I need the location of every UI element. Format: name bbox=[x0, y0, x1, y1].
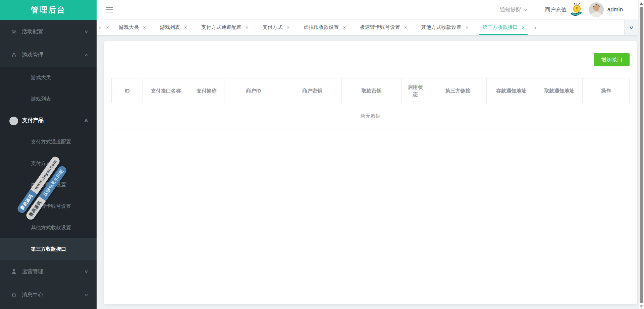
notifications-label: 通知提醒 bbox=[500, 6, 521, 13]
sidebar: 管理后台 活动配置∨游戏管理∧游戏大类游戏列表支付产品∧支付方式通道配置支付方式… bbox=[0, 0, 97, 309]
sidebar-item-label: 极速转卡账号设置 bbox=[31, 203, 71, 209]
chevron-down-icon: ∨ bbox=[84, 269, 89, 274]
sidebar-item-label: 支付方式通道配置 bbox=[31, 139, 71, 145]
tabs-scroll-left-icon[interactable]: ‹ bbox=[97, 20, 103, 35]
sidebar-item-other-collection-settings[interactable]: 其他方式收款设置 bbox=[0, 217, 97, 238]
scrollbar-thumb[interactable] bbox=[640, 7, 643, 303]
tab-label: 游戏列表 bbox=[160, 24, 180, 30]
merchant-recharge-link[interactable]: 商户充值 bbox=[545, 6, 567, 13]
content-card: 增加接口 ID支付接口名称支付简称商户ID商户密钥取款密钥启用状态第三方链接存款… bbox=[104, 41, 637, 304]
sidebar-item-message-center[interactable]: 消息中心∨ bbox=[0, 283, 97, 307]
tab-label: 虚拟币收款设置 bbox=[304, 24, 339, 30]
content-area: 增加接口 ID支付接口名称支付简称商户ID商户密钥取款密钥启用状态第三方链接存款… bbox=[97, 35, 638, 309]
sidebar-item-payment-channel-config[interactable]: 支付方式通道配置 bbox=[0, 131, 97, 152]
table-header-col-short-name: 支付简称 bbox=[189, 78, 224, 103]
sidebar-item-label: 运营管理 bbox=[22, 268, 43, 275]
tab-close-icon[interactable]: × bbox=[522, 24, 525, 30]
tab-third-party-collection-api[interactable]: 第三方收款接口× bbox=[475, 20, 532, 35]
tab-express-card-account-settings[interactable]: 极速转卡账号设置× bbox=[353, 20, 414, 35]
sidebar-item-payment-products[interactable]: 支付产品∧ bbox=[0, 110, 97, 131]
tab-close-icon[interactable]: × bbox=[246, 24, 249, 30]
chevron-down-icon: ∨ bbox=[629, 25, 634, 30]
sidebar-item-game-list[interactable]: 游戏列表 bbox=[0, 88, 97, 110]
sidebar-item-label: 活动配置 bbox=[22, 28, 43, 35]
tab-label: 其他方式收款设置 bbox=[421, 24, 462, 30]
table-header-row: ID支付接口名称支付简称商户ID商户密钥取款密钥启用状态第三方链接存款通知地址取… bbox=[112, 78, 630, 103]
payment-interface-table: ID支付接口名称支付简称商户ID商户密钥取款密钥启用状态第三方链接存款通知地址取… bbox=[111, 78, 630, 129]
table-header-col-withdraw-notify-url: 取款通知地址 bbox=[536, 78, 583, 103]
sidebar-item-label: 游戏管理 bbox=[22, 52, 43, 59]
table-header-col-id: ID bbox=[112, 78, 143, 103]
page: 管理后台 活动配置∨游戏管理∧游戏大类游戏列表支付产品∧支付方式通道配置支付方式… bbox=[0, 0, 644, 309]
sidebar-item-label: 游戏大类 bbox=[31, 74, 51, 81]
scroll-up-arrow-icon[interactable] bbox=[640, 2, 643, 5]
sidebar-item-express-card-account-settings[interactable]: 极速转卡账号设置 bbox=[0, 195, 97, 217]
tab-close-icon[interactable]: × bbox=[106, 24, 109, 30]
chevron-down-icon: ∨ bbox=[524, 8, 528, 12]
unlock-icon bbox=[10, 51, 17, 59]
tab-payment-methods[interactable]: 支付方式× bbox=[255, 20, 297, 35]
sidebar-item-activity-config[interactable]: 活动配置∨ bbox=[0, 20, 97, 43]
tab-hidden-tab[interactable]: × bbox=[103, 20, 112, 35]
notifications-dropdown[interactable]: 通知提醒 ∨ bbox=[500, 6, 527, 13]
app-logo: 管理后台 bbox=[0, 0, 97, 20]
table-header-col-enabled-status: 启用状态 bbox=[401, 78, 429, 103]
add-interface-button[interactable]: 增加接口 bbox=[594, 53, 630, 66]
page-scrollbar bbox=[638, 0, 644, 309]
tab-game-list[interactable]: 游戏列表× bbox=[153, 20, 194, 35]
table-header-col-actions: 操作 bbox=[583, 78, 630, 103]
sidebar-item-label: 虚拟币收款设置 bbox=[31, 182, 66, 188]
scroll-down-arrow-icon[interactable] bbox=[640, 305, 643, 308]
table-header-col-third-party-link: 第三方链接 bbox=[429, 78, 486, 103]
username[interactable]: admin bbox=[607, 6, 623, 13]
tab-label: 极速转卡账号设置 bbox=[360, 24, 400, 30]
tab-label: 游戏大类 bbox=[119, 24, 139, 30]
table-header-col-merchant-key: 商户密钥 bbox=[283, 78, 341, 103]
person-icon bbox=[10, 268, 17, 275]
tab-close-icon[interactable]: × bbox=[404, 24, 407, 30]
tab-payment-channel-config[interactable]: 支付方式通道配置× bbox=[194, 20, 256, 35]
sidebar-item-operations-management[interactable]: 运营管理∨ bbox=[0, 260, 97, 283]
sidebar-item-label: 消息中心 bbox=[22, 292, 43, 299]
sidebar-item-label: 游戏列表 bbox=[31, 96, 51, 102]
sidebar-item-label: 其他方式收款设置 bbox=[31, 225, 71, 231]
table-header-col-interface-name: 支付接口名称 bbox=[143, 78, 189, 103]
avatar[interactable] bbox=[589, 2, 604, 17]
tab-crypto-collection-settings[interactable]: 虚拟币收款设置× bbox=[297, 20, 353, 35]
tab-close-icon[interactable]: × bbox=[343, 24, 346, 30]
table-header-col-withdraw-key: 取款密钥 bbox=[341, 78, 401, 103]
toolbar: 增加接口 bbox=[111, 53, 630, 66]
tab-close-icon[interactable]: × bbox=[286, 24, 289, 30]
sidebar-nav: 活动配置∨游戏管理∧游戏大类游戏列表支付产品∧支付方式通道配置支付方式虚拟币收款… bbox=[0, 20, 97, 307]
tab-list: ×游戏大类×游戏列表×支付方式通道配置×支付方式×虚拟币收款设置×极速转卡账号设… bbox=[103, 20, 532, 35]
tabs-scroll-right-icon[interactable]: › bbox=[532, 20, 538, 35]
tab-close-icon[interactable]: × bbox=[184, 24, 187, 30]
sidebar-item-label: 支付方式 bbox=[31, 160, 51, 167]
bell-icon bbox=[10, 291, 17, 299]
sidebar-item-crypto-collection-settings[interactable]: 虚拟币收款设置 bbox=[0, 174, 97, 195]
table-header-col-deposit-notify-url: 存款通知地址 bbox=[486, 78, 536, 103]
tab-label: 支付方式通道配置 bbox=[201, 24, 241, 30]
tab-close-icon[interactable]: × bbox=[466, 24, 469, 30]
topbar-right: 通知提醒 ∨ 商户充值 $ bbox=[500, 2, 623, 17]
tab-close-icon[interactable]: × bbox=[143, 24, 146, 30]
coin-hand-icon[interactable]: $ bbox=[569, 2, 584, 17]
sidebar-item-third-party-collection-api[interactable]: 第三方收款接口 bbox=[0, 238, 97, 260]
chevron-up-icon: ∧ bbox=[84, 118, 89, 123]
hamburger-menu-icon[interactable] bbox=[106, 7, 113, 12]
sidebar-item-label: 支付产品 bbox=[22, 117, 44, 124]
sidebar-item-game-category[interactable]: 游戏大类 bbox=[0, 67, 97, 88]
main-area: 通知提醒 ∨ 商户充值 $ bbox=[97, 0, 644, 309]
table-empty-row: 暂无数据 bbox=[112, 103, 630, 129]
table-header-col-merchant-id: 商户ID bbox=[224, 78, 283, 103]
tab-label: 第三方收款接口 bbox=[482, 24, 518, 30]
tab-game-category[interactable]: 游戏大类× bbox=[112, 20, 153, 35]
sidebar-item-game-management[interactable]: 游戏管理∧ bbox=[0, 43, 97, 67]
tab-label: 支付方式 bbox=[262, 24, 282, 30]
sidebar-item-payment-methods[interactable]: 支付方式 bbox=[0, 152, 97, 174]
tab-other-collection-settings[interactable]: 其他方式收款设置× bbox=[414, 20, 476, 35]
topbar: 通知提醒 ∨ 商户充值 $ bbox=[97, 0, 638, 20]
chevron-up-icon: ∧ bbox=[84, 53, 89, 57]
chevron-down-icon: ∨ bbox=[84, 293, 89, 297]
tabs-menu-dropdown[interactable]: ∨ bbox=[624, 20, 638, 35]
